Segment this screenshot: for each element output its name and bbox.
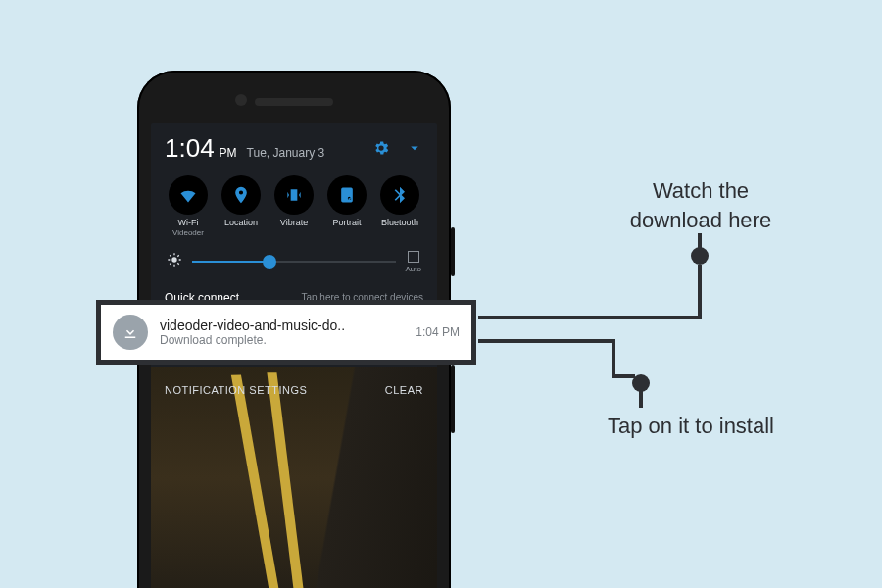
qs-vibrate[interactable]: Vibrate xyxy=(269,175,319,237)
qs-location[interactable]: Location xyxy=(216,175,267,237)
qs-label: Vibrate xyxy=(280,219,308,228)
qs-label: Portrait xyxy=(332,219,361,228)
wifi-icon[interactable] xyxy=(169,175,208,215)
qs-portrait[interactable]: Portrait xyxy=(321,175,372,237)
download-icon xyxy=(113,315,148,350)
annotation-tap: Tap on it to install xyxy=(608,412,774,441)
phone-speaker xyxy=(255,98,333,106)
portrait-icon[interactable] xyxy=(327,175,367,215)
quick-settings-row: Wi-Fi Videoder Location Vibrate Portrai xyxy=(151,170,437,241)
notification-time: 1:04 PM xyxy=(416,325,460,339)
qs-label: Wi-Fi xyxy=(178,219,199,228)
ampm-text: PM xyxy=(220,146,237,160)
qs-sublabel: Videoder xyxy=(172,228,204,237)
shade-footer: NOTIFICATION SETTINGS CLEAR xyxy=(151,376,437,404)
auto-brightness-checkbox[interactable] xyxy=(408,251,419,263)
clock: 1:04 PM Tue, January 3 xyxy=(165,133,324,164)
power-button[interactable] xyxy=(451,227,455,276)
date-text: Tue, January 3 xyxy=(247,146,325,160)
download-notification[interactable]: videoder-video-and-music-do.. Download c… xyxy=(96,300,476,365)
gear-icon[interactable] xyxy=(372,139,390,161)
notification-settings-button[interactable]: NOTIFICATION SETTINGS xyxy=(165,384,307,396)
slider-thumb[interactable] xyxy=(263,255,276,269)
brightness-icon xyxy=(167,252,182,271)
qs-bluetooth[interactable]: Bluetooth xyxy=(374,175,425,237)
annotation-watch: Watch the download here xyxy=(608,176,794,234)
bluetooth-icon[interactable] xyxy=(380,175,419,215)
auto-label: Auto xyxy=(406,265,421,273)
chevron-down-icon[interactable] xyxy=(406,139,423,161)
notification-title: videoder-video-and-music-do.. xyxy=(160,318,404,333)
time-text: 1:04 xyxy=(165,133,215,164)
brightness-slider[interactable] xyxy=(192,252,396,271)
volume-button[interactable] xyxy=(451,365,455,433)
location-icon[interactable] xyxy=(221,175,261,215)
qs-wifi[interactable]: Wi-Fi Videoder xyxy=(163,175,214,237)
clear-button[interactable]: CLEAR xyxy=(385,384,423,396)
qs-label: Bluetooth xyxy=(381,219,418,228)
brightness-row: Auto xyxy=(151,241,437,283)
svg-point-0 xyxy=(172,258,176,263)
status-row: 1:04 PM Tue, January 3 xyxy=(151,123,437,170)
phone-camera xyxy=(235,94,247,106)
vibrate-icon[interactable] xyxy=(274,175,314,215)
notification-subtitle: Download complete. xyxy=(160,333,404,347)
qs-label: Location xyxy=(224,219,258,228)
